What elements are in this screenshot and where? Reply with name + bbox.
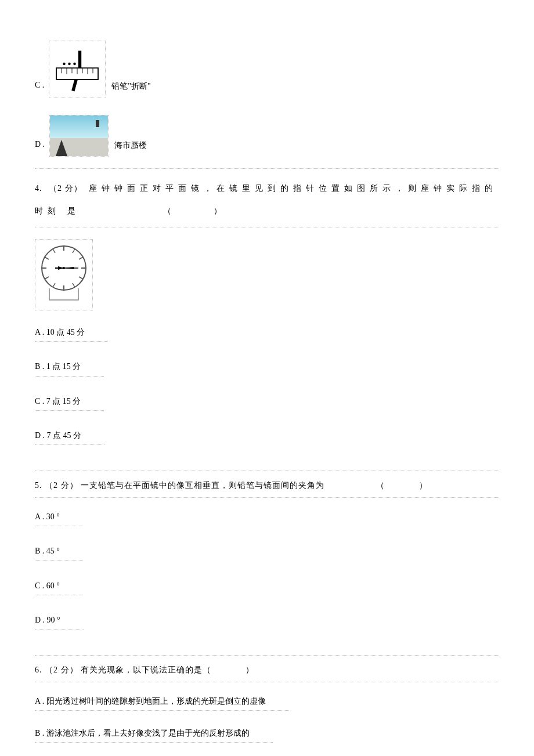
- q5-option-b[interactable]: B . 45 °: [35, 544, 83, 560]
- q6-option-a[interactable]: A . 阳光透过树叶间的缝隙射到地面上，形成的光斑是倒立的虚像: [35, 694, 289, 711]
- svg-point-12: [74, 63, 77, 66]
- question-5-body: 一支铅笔与在平面镜中的像互相垂直，则铅笔与镜面间的夹角为: [81, 481, 324, 490]
- q4-option-d[interactable]: D . 7 点 45 分: [35, 428, 104, 445]
- option-c-caption: 铅笔"折断": [111, 80, 150, 97]
- mirage-land: [50, 138, 108, 157]
- question-4-body-2: 是: [67, 207, 80, 215]
- question-6-text: 6. （2 分） 有关光现象，以下说法正确的是（ ）: [35, 664, 499, 682]
- svg-point-11: [68, 63, 71, 66]
- q6-option-b[interactable]: B . 游泳池注水后，看上去好像变浅了是由于光的反射形成的: [35, 726, 273, 743]
- mirage-tower-icon: [56, 140, 67, 156]
- question-5-text: 5. （2 分） 一支铅笔与在平面镜中的像互相垂直，则铅笔与镜面间的夹角为 （ …: [35, 479, 499, 497]
- svg-line-9: [73, 79, 76, 91]
- svg-point-10: [63, 63, 66, 66]
- question-6: 6. （2 分） 有关光现象，以下说法正确的是（ ） A . 阳光透过树叶间的缝…: [35, 655, 499, 756]
- option-label-c: C .: [35, 79, 44, 97]
- question-4-paren-open: （: [163, 207, 171, 215]
- q5-option-c[interactable]: C . 60 °: [35, 578, 83, 595]
- q5-option-d[interactable]: D . 90 °: [35, 613, 84, 630]
- svg-point-28: [63, 267, 65, 269]
- pencil-broken-image: [49, 41, 106, 97]
- q5-option-a[interactable]: A . 30 °: [35, 509, 83, 526]
- q4-option-a[interactable]: A . 10 点 45 分: [35, 325, 108, 342]
- question-6-points: （2 分）: [45, 665, 78, 674]
- question-4: 4. （2 分） 座钟钟面正对平面镜，在镜里见到的指针位置如图所示，则座钟实际指…: [35, 168, 499, 462]
- previous-question-option-c: C . 铅笔"折断": [35, 41, 499, 97]
- question-4-paren-close: ）: [214, 207, 222, 215]
- option-label-d: D .: [35, 138, 45, 157]
- question-5-points: （2 分）: [45, 481, 78, 490]
- question-5-number: 5.: [35, 481, 42, 490]
- clock-icon: [38, 242, 90, 303]
- question-6-body: 有关光现象，以下说法正确的是（: [81, 665, 211, 674]
- option-d-caption: 海市蜃楼: [114, 139, 147, 157]
- q4-option-b[interactable]: B . 1 点 15 分: [35, 359, 104, 376]
- question-4-text: 4. （2 分） 座钟钟面正对平面镜，在镜里见到的指针位置如图所示，则座钟实际指…: [35, 177, 499, 227]
- q4-option-c[interactable]: C . 7 点 15 分: [35, 394, 104, 411]
- mirage-image: [49, 115, 109, 157]
- mirage-sky: [50, 115, 108, 138]
- question-5-paren-close: ）: [419, 481, 428, 490]
- question-6-number: 6.: [35, 665, 42, 674]
- question-4-number: 4.: [35, 184, 42, 193]
- mirage-flag-icon: [96, 120, 99, 127]
- previous-question-option-d: D . 海市蜃楼: [35, 115, 499, 157]
- question-6-paren-close: ）: [246, 665, 254, 674]
- question-5-paren-open: （: [376, 481, 385, 490]
- question-4-body-1: 座钟钟面正对平面镜，在镜里见到的指针位置如图所示，则座钟实际指的时刻: [35, 184, 497, 215]
- pencil-ruler-icon: [51, 43, 103, 95]
- question-4-points: （2 分）: [49, 184, 82, 193]
- question-5: 5. （2 分） 一支铅笔与在平面镜中的像互相垂直，则铅笔与镜面间的夹角为 （ …: [35, 471, 499, 647]
- clock-image: [35, 239, 93, 310]
